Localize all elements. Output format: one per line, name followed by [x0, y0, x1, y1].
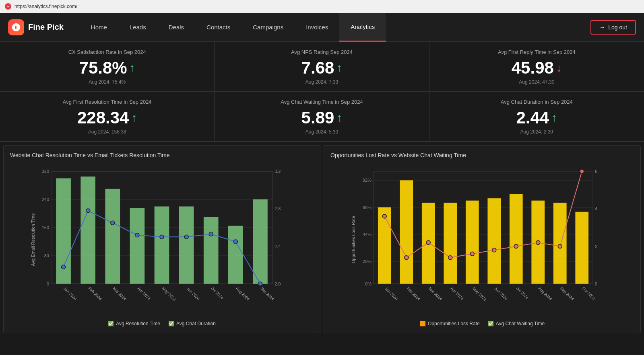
chart1-bar-label: Avg Resolution Time — [116, 321, 160, 326]
svg-text:20%: 20% — [363, 259, 372, 264]
nav-deals[interactable]: Deals — [157, 13, 195, 42]
svg-point-29 — [209, 232, 213, 236]
svg-text:Jul 2024: Jul 2024 — [211, 286, 225, 300]
chart2-bar-check: 🟧 — [420, 321, 426, 326]
svg-text:68%: 68% — [363, 205, 372, 210]
stat-card: CX Satisfaction Rate in Sep 2024 75.8% ↑… — [0, 42, 215, 92]
svg-point-26 — [135, 233, 139, 237]
chart1-title: Website Chat Resolution Time vs Email Ti… — [10, 152, 314, 158]
svg-text:6: 6 — [595, 169, 597, 174]
nav-campaigns[interactable]: Campaigns — [242, 13, 295, 42]
svg-rect-63 — [487, 198, 501, 284]
nav-contacts[interactable]: Contacts — [195, 13, 242, 42]
stat-prev: Aug 2024: 47.30 — [438, 79, 636, 85]
svg-point-68 — [382, 214, 386, 218]
svg-text:Aug 2024: Aug 2024 — [537, 286, 553, 302]
svg-point-76 — [558, 244, 562, 248]
stat-card: Avg First Resolution Time in Sep 2024 22… — [0, 92, 215, 142]
svg-text:80: 80 — [44, 253, 49, 258]
svg-text:Oct 2024: Oct 2024 — [581, 286, 596, 301]
svg-text:Jun 2024: Jun 2024 — [186, 286, 201, 301]
svg-text:2.8: 2.8 — [275, 206, 281, 211]
stat-value: 75.8% ↑ — [8, 58, 206, 78]
logout-label: Log out — [608, 24, 627, 31]
svg-text:2: 2 — [595, 244, 597, 249]
svg-text:0: 0 — [47, 281, 49, 286]
stat-number: 75.8% — [79, 58, 127, 78]
stat-title: Avg Chat Duration in Sep 2024 — [438, 99, 636, 105]
logo-area: Fine Pick — [8, 19, 64, 35]
svg-text:Apr 2024: Apr 2024 — [450, 286, 464, 301]
svg-rect-22 — [253, 199, 268, 284]
arrow-up-icon: ↑ — [131, 111, 137, 124]
svg-text:320: 320 — [42, 169, 49, 174]
stat-value: 228.34 ↑ — [8, 108, 206, 127]
stat-number: 5.89 — [301, 108, 334, 127]
arrow-up-icon: ↑ — [336, 111, 342, 124]
svg-text:160: 160 — [42, 225, 49, 230]
chart2-legend-bars: 🟧 Opportunities Loss Rate — [420, 321, 480, 326]
stat-prev: Aug 2024: 158.38 — [8, 129, 206, 135]
nav-home[interactable]: Home — [80, 13, 118, 42]
svg-point-71 — [448, 256, 452, 260]
svg-text:3.2: 3.2 — [275, 169, 281, 174]
logout-button[interactable]: → Log out — [590, 20, 636, 35]
svg-point-75 — [536, 240, 540, 244]
chart1-legend: ✅ Avg Resolution Time ✅ Avg Chat Duratio… — [10, 321, 314, 326]
svg-rect-15 — [80, 176, 95, 284]
svg-point-30 — [233, 240, 237, 244]
stat-number: 45.98 — [512, 58, 554, 78]
stat-title: Avg First Resolution Time in Sep 2024 — [8, 99, 206, 105]
svg-point-74 — [514, 244, 518, 248]
stat-prev: Aug 2024: 7.33 — [223, 79, 421, 85]
svg-text:Feb 2024: Feb 2024 — [87, 286, 103, 302]
stat-prev: Aug 2024: 75.4% — [8, 79, 206, 85]
svg-point-24 — [86, 209, 90, 213]
svg-text:Sep 2024: Sep 2024 — [260, 286, 275, 302]
chart1-svg: 0801602403202.02.42.83.2Jan 2024Feb 2024… — [10, 163, 314, 316]
svg-rect-18 — [155, 207, 169, 284]
stat-value: 5.89 ↑ — [223, 108, 421, 127]
svg-text:0%: 0% — [365, 281, 372, 286]
svg-point-73 — [492, 248, 496, 252]
chart1-line-check: ✅ — [168, 321, 174, 326]
svg-rect-58 — [378, 207, 391, 284]
svg-rect-61 — [444, 203, 457, 284]
svg-point-69 — [405, 256, 409, 260]
chart2-legend: 🟧 Opportunities Loss Rate ✅ Avg Chat Wai… — [330, 321, 634, 326]
svg-point-70 — [426, 240, 430, 244]
stats-grid: CX Satisfaction Rate in Sep 2024 75.8% ↑… — [0, 42, 644, 142]
svg-text:Jul 2024: Jul 2024 — [516, 286, 530, 300]
svg-text:Avg Email Resolution Time: Avg Email Resolution Time — [31, 213, 35, 266]
svg-rect-16 — [105, 189, 120, 284]
stat-card: Avg Chat Waiting Time in Sep 2024 5.89 ↑… — [215, 92, 429, 142]
stat-title: Avg First Reply Time in Sep 2024 — [438, 49, 636, 55]
svg-text:Opportunities Loss Rate: Opportunities Loss Rate — [351, 216, 356, 263]
nav-invoices[interactable]: Invoices — [295, 13, 339, 42]
svg-rect-66 — [553, 203, 567, 284]
stat-prev: Aug 2024: 2.30 — [438, 129, 636, 135]
svg-text:2.4: 2.4 — [275, 244, 281, 249]
svg-rect-20 — [204, 217, 219, 284]
svg-text:Jun 2024: Jun 2024 — [493, 286, 508, 301]
chart2-svg: 0%20%44%68%92%0246Jan 2024Feb 2024Mar 20… — [330, 163, 634, 316]
svg-text:Mar 2024: Mar 2024 — [428, 286, 443, 302]
charts-area: Website Chat Resolution Time vs Email Ti… — [0, 142, 644, 337]
favicon-icon: ● — [5, 3, 11, 10]
arrow-up-icon: ↑ — [130, 62, 135, 74]
chart1-container: Website Chat Resolution Time vs Email Ti… — [3, 145, 320, 333]
svg-text:Mar 2024: Mar 2024 — [112, 286, 127, 302]
stat-title: Avg Chat Waiting Time in Sep 2024 — [223, 99, 421, 105]
svg-rect-67 — [575, 212, 588, 284]
nav-leads[interactable]: Leads — [118, 13, 157, 42]
svg-rect-62 — [466, 201, 479, 284]
chart2-line-check: ✅ — [488, 321, 494, 326]
svg-text:4: 4 — [595, 206, 597, 211]
svg-rect-19 — [179, 207, 194, 284]
svg-text:Sep 2024: Sep 2024 — [559, 286, 575, 302]
arrow-up-icon: ↑ — [551, 111, 557, 124]
navbar: Fine Pick Home Leads Deals Contacts Camp… — [0, 13, 644, 42]
arrow-up-icon: ↑ — [336, 62, 342, 74]
svg-text:92%: 92% — [363, 178, 372, 183]
nav-analytics[interactable]: Analytics — [339, 13, 386, 42]
